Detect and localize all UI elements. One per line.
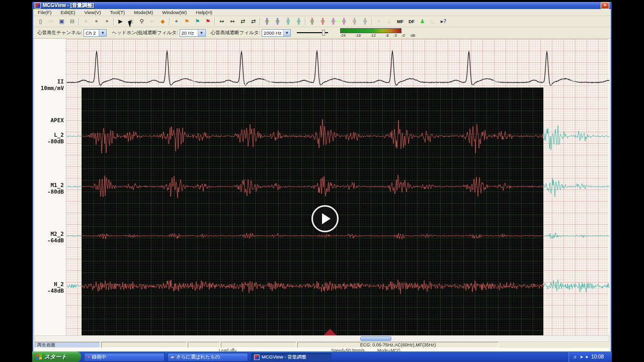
menu-bar: File(F)Edit(E)View(V)Tool(T)Mode(M)Windo… (33, 9, 611, 16)
channel-label-m1_2: M1_2-80dB (35, 182, 64, 195)
play-icon[interactable]: ▶ (115, 17, 126, 26)
volume-icon[interactable]: ♬ (573, 354, 578, 359)
taskbar-button[interactable]: MCGView - 音量調整 (251, 353, 332, 361)
probe-tool-2-icon[interactable]: ⌖ (102, 17, 112, 26)
task-label: MCGView - 音量調整 (262, 354, 306, 360)
event-marker-icon[interactable]: ◆ (157, 17, 168, 26)
flag-teal-icon[interactable]: ⚑ (192, 17, 203, 26)
step-left-icon[interactable]: ⇄ (237, 17, 248, 26)
slider-thumb[interactable] (322, 30, 325, 36)
ime-icon[interactable]: ● (586, 354, 588, 359)
marker-blue-add-icon[interactable]: ╬ (262, 17, 272, 26)
close-button[interactable]: × (601, 2, 609, 9)
pointer-icon[interactable]: ➤ (580, 354, 584, 359)
horizontal-scrollbar[interactable] (35, 335, 609, 342)
title-bar[interactable]: MCGView - [音量調整] × (33, 2, 611, 9)
windows-logo-icon (36, 353, 42, 360)
menu-item-edite[interactable]: Edit(E) (56, 10, 79, 15)
volume-slider[interactable] (297, 29, 328, 36)
position-marker-icon[interactable] (324, 329, 337, 335)
figure-tool-icon[interactable]: ⌖ (171, 17, 182, 26)
highcut-filter-select[interactable]: 2000 Hz ▼ (262, 29, 291, 37)
clock: 10:08 (591, 354, 604, 359)
chevron-down-icon[interactable]: ▼ (99, 30, 106, 36)
vu-tick-label: -0 (401, 33, 405, 38)
help-icon[interactable]: ▸? (438, 17, 449, 26)
menu-item-windoww[interactable]: Window(W) (157, 10, 191, 15)
app-icon (35, 3, 41, 9)
channel-select-label: 心音再生チャンネル: (37, 30, 82, 36)
step-right-icon[interactable]: ⇄ (248, 17, 259, 26)
play-icon (322, 213, 331, 224)
menu-item-filef[interactable]: File(F) (33, 10, 56, 15)
flag-red-icon[interactable]: ⚑ (203, 17, 213, 26)
windows-taskbar: スタート ●録画中▰さらに選ばれたものMCGView - 音量調整 ♬➤● 10… (32, 351, 612, 362)
marker-magenta-add-icon[interactable]: ╬ (328, 17, 339, 26)
save-file-icon[interactable]: ▣ (56, 17, 67, 26)
menu-item-viewv[interactable]: View(V) (80, 10, 106, 15)
undo-icon: ↩ (147, 17, 157, 26)
toolbar-separator (305, 18, 306, 25)
status-cell-empty (221, 342, 296, 348)
main-toolbar: ▯▭▣⊟✦⌖⌖▶■⚲↩◆⌖⚑⚑⚑↔↔⇄⇄╬╬╬╬╬╬╬╬╬╬⌖⊥MFDF♟◺▸? (33, 16, 611, 27)
toolbar-separator (260, 18, 261, 25)
marker-gray-add-icon[interactable]: ╬ (349, 17, 360, 26)
channel-label-m2_2: M2_2-64dB (35, 231, 64, 244)
menu-item-modem[interactable]: Mode(M) (129, 10, 157, 15)
probe-tool-1-icon[interactable]: ⌖ (91, 17, 102, 26)
toolbar-separator (214, 18, 215, 25)
video-play-button[interactable] (311, 205, 339, 232)
marker-red-add-icon[interactable]: ╬ (307, 17, 317, 26)
pan-left-icon[interactable]: ↔ (216, 17, 227, 26)
status-bar: 再生画面ECG: 0.05-75Hz,AC(60Hz),MF(35Hz) (35, 342, 609, 348)
flag-orange-icon[interactable]: ⚑ (182, 17, 192, 26)
channel-select[interactable]: Ch 2 ▼ (84, 29, 107, 37)
channel-label-ii: II10mm/mV (35, 78, 64, 92)
vu-tick-label: -6 (385, 33, 389, 38)
waveform-canvas (35, 39, 609, 335)
patient-info-icon[interactable]: ♟ (417, 17, 428, 26)
marker-teal-add-icon[interactable]: ╬ (283, 17, 293, 26)
marker-teal-del-icon[interactable]: ╬ (293, 17, 304, 26)
tool-disabled-1-icon: ✦ (80, 17, 91, 26)
zoom-select-icon[interactable]: ⚲ (136, 17, 147, 26)
print-icon[interactable]: ⊟ (67, 17, 77, 26)
menu-item-toolt[interactable]: Tool(T) (106, 10, 130, 15)
start-button[interactable]: スタート (32, 351, 81, 362)
df-filter-button[interactable]: DF (406, 17, 417, 26)
pan-right-icon[interactable]: ↔ (227, 17, 237, 26)
record-icon: ● (87, 355, 90, 359)
waveform-viewport[interactable]: II10mm/mVAPEXL_2-80dBM1_2-80dBM2_2-64dBH… (35, 39, 609, 335)
vu-tick-label: dB (411, 33, 415, 38)
open-file-icon: ▭ (46, 17, 56, 26)
channel-label-apex: APEX (35, 117, 64, 124)
app-icon (254, 354, 260, 360)
vu-meter-bar (340, 28, 401, 33)
taskbar-button[interactable]: ▰さらに選ばれたもの (168, 353, 248, 361)
lowcut-filter-label: ヘッドホン(低域遮断フィルタ: (112, 30, 178, 36)
tool-disabled-2-icon: ⌖ (373, 17, 384, 26)
channel-label-l_2: L_2-80dB (35, 132, 64, 145)
mf-filter-button[interactable]: MF (394, 17, 406, 26)
chevron-down-icon[interactable]: ▼ (283, 30, 291, 36)
marker-magenta-del-icon[interactable]: ╬ (339, 17, 349, 26)
window-title: MCGView - [音量調整] (43, 2, 601, 9)
scrollbar-thumb[interactable] (360, 336, 391, 341)
taskbar-button[interactable]: ●録画中 (84, 353, 165, 361)
task-buttons: ●録画中▰さらに選ばれたものMCGView - 音量調整 (81, 352, 332, 361)
new-file-icon[interactable]: ▯ (35, 17, 46, 26)
system-tray: ♬➤● 10:08 (569, 351, 612, 362)
lowcut-filter-select[interactable]: 20 Hz ▼ (180, 29, 206, 37)
task-label: 録画中 (92, 354, 106, 360)
marker-red-del-icon[interactable]: ╬ (317, 17, 328, 26)
toolbar-separator (113, 18, 114, 25)
chevron-down-icon[interactable]: ▼ (198, 30, 205, 36)
vu-meter: -24-18-12-6-3-0dB (340, 28, 416, 38)
task-label: さらに選ばれたもの (176, 354, 220, 360)
marker-gray-del-icon[interactable]: ╬ (360, 17, 370, 26)
status-cell-0: 再生画面 (35, 342, 100, 348)
marker-blue-del-icon[interactable]: ╬ (272, 17, 283, 26)
toolbar-separator (169, 18, 170, 25)
menu-item-helph[interactable]: Help(H) (191, 10, 217, 15)
start-label: スタート (44, 353, 67, 360)
